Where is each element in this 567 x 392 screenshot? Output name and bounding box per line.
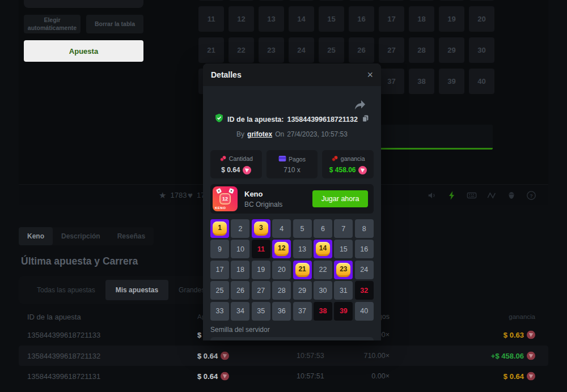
- result-cell-7[interactable]: 7: [334, 219, 353, 238]
- board-cell-21[interactable]: 21: [198, 37, 224, 63]
- board-cell-11[interactable]: 11: [198, 6, 224, 32]
- tab-todas-las-apuestas[interactable]: Todas las apuestas: [27, 280, 105, 300]
- board-cell-22[interactable]: 22: [229, 37, 254, 63]
- board-cell-18[interactable]: 18: [409, 6, 434, 32]
- table-row[interactable]: 135844399618721131$ 0.6410:57:510.00×$ 0…: [19, 366, 548, 387]
- result-cell-5[interactable]: 5: [293, 219, 312, 238]
- tab-keno[interactable]: Keno: [19, 227, 53, 245]
- result-cell-32[interactable]: 32: [355, 281, 374, 300]
- result-cell-14[interactable]: 14: [314, 240, 332, 258]
- sound-icon[interactable]: [427, 190, 437, 201]
- board-cell-17[interactable]: 17: [379, 6, 404, 32]
- result-cell-26[interactable]: 26: [231, 281, 249, 300]
- copy-icon[interactable]: [361, 114, 370, 125]
- game-mode-select[interactable]: Classic ›: [24, 0, 143, 8]
- result-cell-10[interactable]: 10: [231, 240, 249, 258]
- board-cell-9[interactable]: 9: [439, 0, 464, 1]
- result-cell-25[interactable]: 25: [210, 281, 229, 300]
- board-cell-2[interactable]: 2: [229, 0, 254, 1]
- board-cell-4[interactable]: 4: [289, 0, 314, 1]
- board-cell-37[interactable]: 37: [379, 69, 404, 94]
- result-cell-21[interactable]: 21: [293, 261, 312, 279]
- board-cell-6[interactable]: 6: [349, 0, 374, 1]
- result-cell-40[interactable]: 40: [355, 302, 374, 321]
- result-cell-36[interactable]: 36: [272, 302, 291, 321]
- board-cell-39[interactable]: 39: [439, 69, 464, 94]
- result-cell-35[interactable]: 35: [252, 302, 270, 321]
- turbo-icon[interactable]: [447, 190, 457, 201]
- result-cell-9[interactable]: 9: [210, 240, 229, 258]
- help-icon[interactable]: ?: [526, 190, 536, 201]
- result-cell-18[interactable]: 18: [231, 261, 249, 279]
- board-cell-1[interactable]: 1: [198, 0, 224, 1]
- tab-reseñas[interactable]: Reseñas: [109, 227, 154, 245]
- stars-stat[interactable]: ★ 1783: [159, 185, 187, 206]
- result-cell-12[interactable]: 12: [272, 240, 291, 258]
- result-cell-17[interactable]: 17: [210, 261, 229, 279]
- board-cell-15[interactable]: 15: [319, 6, 344, 32]
- board-cell-28[interactable]: 28: [409, 37, 434, 63]
- close-icon[interactable]: ×: [367, 70, 373, 80]
- result-cell-28[interactable]: 28: [272, 281, 291, 300]
- result-cell-24[interactable]: 24: [355, 261, 374, 279]
- result-cell-6[interactable]: 6: [314, 219, 332, 238]
- result-cell-19[interactable]: 19: [252, 261, 270, 279]
- server-seed-input[interactable]: [210, 337, 374, 340]
- cell-profit: $ 0.64: [503, 372, 535, 381]
- auto-pick-button[interactable]: Elegir automáticamente: [24, 15, 81, 33]
- board-cell-26[interactable]: 26: [349, 37, 374, 63]
- result-cell-13[interactable]: 13: [293, 240, 312, 258]
- clear-table-button[interactable]: Borrar la tabla: [86, 15, 143, 33]
- result-cell-22[interactable]: 22: [314, 261, 332, 279]
- result-cell-27[interactable]: 27: [252, 281, 270, 300]
- board-cell-23[interactable]: 23: [259, 37, 284, 63]
- result-cell-37[interactable]: 37: [293, 302, 312, 321]
- board-cell-40[interactable]: 40: [469, 69, 494, 94]
- likes-stat[interactable]: ♥ 17: [188, 185, 205, 206]
- board-cell-16[interactable]: 16: [349, 6, 374, 32]
- result-cell-2[interactable]: 2: [231, 219, 249, 238]
- board-cell-13[interactable]: 13: [259, 6, 284, 32]
- hotkeys-icon[interactable]: [467, 190, 477, 201]
- table-row[interactable]: 135844399618721132$ 0.6410:57:53710.00×+…: [19, 346, 548, 367]
- board-cell-25[interactable]: 25: [319, 37, 344, 63]
- result-cell-30[interactable]: 30: [314, 281, 332, 300]
- bet-button[interactable]: Apuesta: [24, 40, 143, 62]
- result-cell-33[interactable]: 33: [210, 302, 229, 321]
- result-cell-1[interactable]: 1: [210, 219, 229, 238]
- result-cell-31[interactable]: 31: [334, 281, 353, 300]
- tab-descripción[interactable]: Descripción: [53, 227, 109, 245]
- board-cell-5[interactable]: 5: [319, 0, 344, 1]
- play-now-button[interactable]: Jugar ahora: [312, 190, 368, 207]
- board-cell-19[interactable]: 19: [439, 6, 464, 32]
- result-cell-8[interactable]: 8: [355, 219, 374, 238]
- share-icon[interactable]: [354, 100, 366, 111]
- board-cell-30[interactable]: 30: [469, 37, 494, 63]
- result-cell-11[interactable]: 11: [252, 240, 270, 258]
- result-cell-38[interactable]: 38: [314, 302, 332, 321]
- result-cell-15[interactable]: 15: [334, 240, 353, 258]
- board-cell-7[interactable]: 7: [379, 0, 404, 1]
- result-cell-3[interactable]: 3: [252, 219, 270, 238]
- result-cell-4[interactable]: 4: [272, 219, 291, 238]
- result-cell-23[interactable]: 23: [334, 261, 353, 279]
- board-cell-27[interactable]: 27: [379, 37, 404, 63]
- result-cell-20[interactable]: 20: [272, 261, 291, 279]
- board-cell-3[interactable]: 3: [259, 0, 284, 1]
- board-cell-12[interactable]: 12: [229, 6, 254, 32]
- board-cell-14[interactable]: 14: [289, 6, 314, 32]
- board-cell-8[interactable]: 8: [409, 0, 434, 1]
- seed-icon[interactable]: [506, 190, 517, 201]
- board-cell-10[interactable]: 10: [469, 0, 494, 1]
- board-cell-20[interactable]: 20: [469, 6, 494, 32]
- result-cell-16[interactable]: 16: [355, 240, 374, 258]
- username-link[interactable]: grifotex: [247, 130, 272, 138]
- result-cell-39[interactable]: 39: [334, 302, 353, 321]
- trend-icon[interactable]: [486, 190, 497, 201]
- tab-mis-apuestas[interactable]: Mis apuestas: [105, 280, 168, 300]
- board-cell-24[interactable]: 24: [289, 37, 314, 63]
- result-cell-34[interactable]: 34: [231, 302, 249, 321]
- board-cell-38[interactable]: 38: [409, 69, 434, 94]
- result-cell-29[interactable]: 29: [293, 281, 312, 300]
- board-cell-29[interactable]: 29: [439, 37, 464, 63]
